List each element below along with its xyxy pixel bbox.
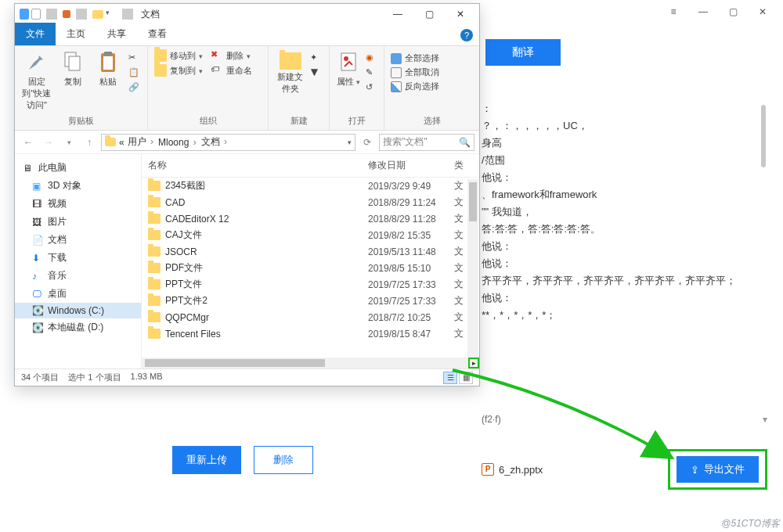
tab-share[interactable]: 共享 bbox=[96, 23, 137, 45]
folder-icon bbox=[105, 138, 116, 146]
move-to-button[interactable]: 移动到 bbox=[154, 49, 203, 62]
watermark: @51CTO博客 bbox=[721, 517, 780, 530]
table-row[interactable]: PPT文件2019/7/25 17:33文 bbox=[142, 276, 479, 293]
tree-music[interactable]: ♪音乐 bbox=[15, 267, 141, 285]
table-row[interactable]: 2345截图2019/3/29 9:49文 bbox=[142, 178, 479, 194]
tree-pictures[interactable]: 🖼图片 bbox=[15, 213, 141, 231]
tree-drive-c[interactable]: 💽Windows (C:) bbox=[15, 303, 141, 318]
tree-videos[interactable]: 🎞视频 bbox=[15, 195, 141, 213]
help-icon[interactable]: ? bbox=[460, 29, 473, 41]
table-row[interactable]: CAJ文件2019/8/2 15:35文 bbox=[142, 227, 479, 243]
svg-rect-1 bbox=[69, 56, 80, 70]
breadcrumb[interactable]: « 用户 Mloong 文档 ▾ bbox=[101, 134, 355, 151]
nav-recent-button[interactable]: ▾ bbox=[60, 134, 78, 151]
copy-button[interactable]: 复制 bbox=[57, 49, 88, 88]
horizontal-scrollbar[interactable]: ▸ bbox=[142, 358, 468, 368]
delete-button[interactable]: 删除 bbox=[254, 446, 313, 474]
quick-access-toolbar[interactable]: ▾ bbox=[20, 9, 136, 20]
close-icon[interactable]: ✕ bbox=[756, 5, 769, 18]
refresh-button[interactable]: ⟳ bbox=[359, 134, 376, 151]
details-view-button[interactable]: ☰ bbox=[443, 372, 457, 384]
rename-button[interactable]: 🏷重命名 bbox=[211, 64, 252, 77]
table-row[interactable]: Tencent Files2019/8/15 8:47文 bbox=[142, 325, 479, 342]
col-modified[interactable]: 修改日期 bbox=[368, 159, 454, 172]
copy-path-button[interactable]: 📋 bbox=[128, 67, 141, 80]
crumb-users[interactable]: 用户 bbox=[128, 135, 155, 149]
scrollbar-thumb[interactable] bbox=[761, 105, 766, 167]
scrollbar-thumb[interactable] bbox=[145, 359, 325, 367]
properties-button[interactable]: 属性 bbox=[336, 49, 361, 88]
export-file-button[interactable]: ⇪ 导出文件 bbox=[677, 456, 759, 483]
crumb-mloong[interactable]: Mloong bbox=[158, 137, 198, 148]
history-button[interactable]: ↺ bbox=[366, 82, 378, 95]
delete-ribbon-button[interactable]: ✖删除 bbox=[211, 49, 252, 62]
nav-forward-button[interactable]: → bbox=[40, 134, 57, 151]
col-name[interactable]: 名称 bbox=[148, 159, 368, 172]
table-row[interactable]: JSOCR2019/5/13 11:48文 bbox=[142, 243, 479, 260]
col-type[interactable]: 类 bbox=[454, 159, 473, 172]
nav-back-button[interactable]: ← bbox=[20, 134, 37, 151]
nav-up-button[interactable]: ↑ bbox=[81, 134, 98, 151]
table-row[interactable]: PDF文件2019/8/5 15:10文 bbox=[142, 260, 479, 276]
dropdown-icon[interactable]: ▾ bbox=[348, 138, 352, 146]
nav-tree[interactable]: 🖥此电脑 ▣3D 对象 🎞视频 🖼图片 📄文档 ⬇下载 ♪音乐 🖵桌面 💽Win… bbox=[15, 154, 142, 368]
scroll-right-arrow[interactable]: ▸ bbox=[468, 358, 479, 368]
select-none-button[interactable]: 全部取消 bbox=[391, 66, 473, 78]
column-headers[interactable]: 名称 修改日期 类 bbox=[142, 154, 479, 178]
folder-icon bbox=[148, 263, 161, 273]
search-input[interactable]: 搜索"文档" 🔍 bbox=[379, 134, 474, 151]
folder-icon bbox=[148, 230, 161, 240]
reupload-button[interactable]: 重新上传 bbox=[172, 446, 241, 474]
maximize-icon[interactable]: ▢ bbox=[727, 5, 739, 18]
table-row[interactable]: QQPCMgr2018/7/2 10:25文 bbox=[142, 309, 479, 325]
icons-view-button[interactable]: ▦ bbox=[459, 372, 473, 384]
maximize-button[interactable]: ▢ bbox=[413, 4, 445, 24]
pin-quickaccess-button[interactable]: 固定到"快速访问" bbox=[21, 49, 52, 111]
tab-view[interactable]: 查看 bbox=[137, 23, 178, 45]
menu-icon[interactable]: ≡ bbox=[667, 5, 680, 18]
folder-icon bbox=[148, 214, 161, 224]
copy-icon bbox=[60, 49, 85, 74]
table-row[interactable]: PPT文件22019/7/25 17:33文 bbox=[142, 293, 479, 309]
edit-button[interactable]: ✎ bbox=[366, 67, 378, 80]
translate-button[interactable]: 翻译 bbox=[485, 39, 561, 66]
tab-file[interactable]: 文件 bbox=[15, 23, 56, 45]
qat-icon-2[interactable] bbox=[31, 9, 41, 20]
selection-size: 1.93 MB bbox=[131, 372, 163, 383]
tree-downloads[interactable]: ⬇下载 bbox=[15, 249, 141, 267]
easy-access-button[interactable]: ⯆ bbox=[310, 67, 323, 80]
output-filename: 6_zh.pptx bbox=[499, 464, 543, 476]
paste-shortcut-button[interactable]: 🔗 bbox=[128, 82, 141, 95]
paste-button[interactable]: 粘贴 bbox=[92, 49, 124, 88]
new-item-button[interactable]: ✦ bbox=[310, 52, 323, 65]
new-folder-button[interactable]: 新建文件夹 bbox=[275, 49, 305, 95]
select-all-button[interactable]: 全部选择 bbox=[391, 52, 473, 64]
tree-drive-d[interactable]: 💽本地磁盘 (D:) bbox=[15, 318, 141, 336]
scrollbar-thumb[interactable] bbox=[469, 182, 477, 221]
copy-to-button[interactable]: 复制到 bbox=[154, 64, 203, 77]
explorer-titlebar[interactable]: ▾ 文档 — ▢ ✕ bbox=[15, 4, 479, 24]
close-button[interactable]: ✕ bbox=[445, 4, 476, 24]
cut-button[interactable]: ✂ bbox=[128, 52, 141, 65]
table-row[interactable]: CAD2018/8/29 11:24文 bbox=[142, 194, 479, 210]
crumb-documents[interactable]: 文档 bbox=[201, 135, 229, 149]
tab-home[interactable]: 主页 bbox=[56, 23, 96, 45]
table-row[interactable]: CADEditorX 122018/8/29 11:28文 bbox=[142, 210, 479, 227]
shortcut-icon: 🔗 bbox=[128, 82, 141, 95]
qat-dropdown-icon[interactable]: ▾ bbox=[106, 9, 117, 20]
tree-documents[interactable]: 📄文档 bbox=[15, 231, 141, 249]
qat-icon-1[interactable] bbox=[20, 9, 29, 20]
invert-selection-button[interactable]: 反向选择 bbox=[391, 81, 473, 92]
tree-desktop[interactable]: 🖵桌面 bbox=[15, 285, 141, 303]
scroll-down-icon[interactable]: ▾ bbox=[763, 414, 767, 425]
tree-this-pc[interactable]: 🖥此电脑 bbox=[15, 159, 141, 177]
vertical-scrollbar[interactable] bbox=[467, 179, 478, 358]
qat-icon-3[interactable] bbox=[63, 10, 70, 18]
folder-icon bbox=[148, 329, 161, 339]
tree-3d-objects[interactable]: ▣3D 对象 bbox=[15, 177, 141, 195]
cube-icon: ▣ bbox=[32, 181, 43, 192]
minimize-icon[interactable]: — bbox=[697, 5, 709, 18]
open-button[interactable]: ◉ bbox=[366, 52, 378, 65]
window-title: 文档 bbox=[141, 8, 160, 21]
minimize-button[interactable]: — bbox=[382, 4, 413, 24]
